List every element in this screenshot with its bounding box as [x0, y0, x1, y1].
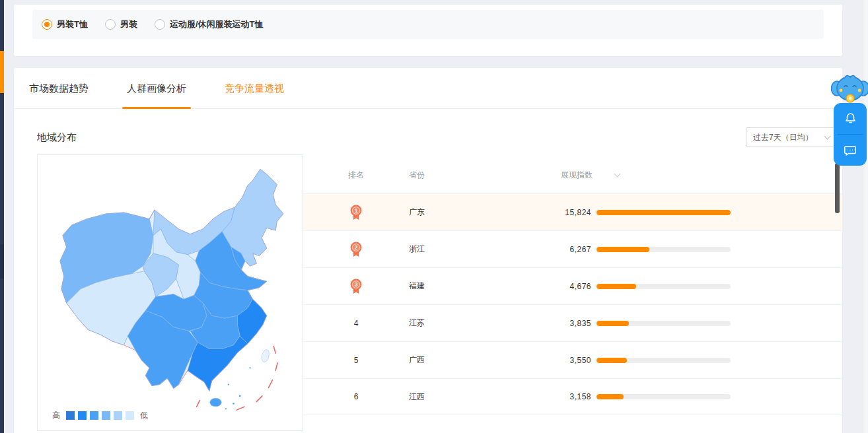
notifications-button[interactable] — [834, 103, 867, 134]
bar-fill — [597, 284, 636, 289]
index-value: 6,267 — [561, 245, 591, 254]
bar-track — [597, 247, 731, 252]
index-value: 3,835 — [561, 319, 591, 328]
radio-button-icon[interactable] — [155, 19, 165, 30]
table-row[interactable]: 1 广东15,824 — [303, 193, 842, 230]
legend-swatches — [66, 411, 134, 420]
header-rank: 排名 — [303, 170, 409, 181]
rank-cell: 5 — [303, 356, 409, 365]
map-legend: 高 低 — [50, 410, 151, 421]
province-cell: 江西 — [409, 391, 561, 403]
radio-group: 男装T恤男装运动服/休闲服装运动T恤 — [32, 10, 824, 39]
tab-bar: 市场数据趋势人群画像分析竞争流量透视 — [14, 68, 842, 109]
analysis-card: 市场数据趋势人群画像分析竞争流量透视 地域分布 过去7天（日均） — [13, 67, 843, 433]
province-rank-table: 排名 省份 展现指数 1 广东15,824 2 浙江6,267 3 福建4,67… — [303, 156, 842, 415]
bar-track — [597, 284, 731, 289]
radio-option[interactable]: 男装T恤 — [42, 18, 88, 30]
elephant-mascot-icon — [831, 68, 868, 106]
province-cell: 浙江 — [409, 244, 561, 255]
province-cell: 广东 — [409, 207, 561, 218]
radio-button-icon[interactable] — [105, 19, 116, 30]
table-body: 1 广东15,824 2 浙江6,267 3 福建4,6764江苏3,8355广… — [303, 193, 842, 415]
index-value: 3,550 — [561, 356, 591, 365]
legend-low-label: 低 — [140, 410, 148, 421]
bar-fill — [597, 247, 649, 252]
table-row[interactable]: 2 浙江6,267 — [303, 230, 842, 267]
radio-option-label: 运动服/休闲服装运动T恤 — [170, 18, 264, 30]
rank-cell: 2 — [303, 241, 409, 258]
legend-color-swatch — [114, 411, 122, 420]
chat-button[interactable] — [834, 135, 867, 166]
medal-rank-2-icon: 2 — [349, 241, 363, 258]
province-cell: 福建 — [409, 281, 561, 292]
panel-scrollbar-thumb[interactable] — [835, 163, 840, 213]
index-bar — [591, 284, 725, 289]
table-row[interactable]: 3 福建4,676 — [303, 267, 842, 304]
rank-cell: 3 — [303, 278, 409, 295]
category-filter-card: 男装T恤男装运动服/休闲服装运动T恤 — [13, 4, 843, 57]
rank-cell: 4 — [303, 319, 409, 328]
legend-color-swatch — [90, 411, 98, 420]
index-bar — [591, 210, 725, 215]
radio-button-icon[interactable] — [42, 19, 52, 30]
chevron-down-icon — [824, 133, 831, 140]
legend-color-swatch — [78, 411, 87, 420]
index-bar — [591, 247, 725, 252]
section-title: 地域分布 — [37, 131, 77, 144]
helper-widget — [834, 103, 867, 166]
radio-option[interactable]: 男装 — [105, 18, 137, 30]
legend-high-label: 高 — [52, 410, 60, 421]
legend-color-swatch — [102, 411, 110, 420]
index-bar — [591, 321, 725, 326]
svg-text:3: 3 — [354, 281, 357, 288]
bar-fill — [597, 358, 627, 363]
bar-track — [597, 358, 731, 363]
index-bar — [591, 358, 725, 363]
period-dropdown-value: 过去7天（日均） — [753, 133, 813, 142]
medal-rank-3-icon: 3 — [349, 278, 363, 295]
bar-track — [597, 394, 731, 399]
bar-track — [597, 210, 731, 215]
header-province: 省份 — [409, 170, 561, 181]
province-cell: 江苏 — [409, 317, 561, 329]
index-value: 3,158 — [561, 392, 591, 401]
tab-市场数据趋势[interactable]: 市场数据趋势 — [18, 68, 100, 109]
collapsed-sidebar-rail[interactable] — [0, 0, 4, 433]
chat-icon — [844, 144, 857, 157]
table-row[interactable]: 6江西3,158 — [303, 378, 842, 415]
medal-rank-1-icon: 1 — [349, 204, 363, 221]
index-bar — [591, 394, 725, 399]
index-value: 15,824 — [561, 208, 591, 217]
rank-cell: 1 — [303, 204, 409, 221]
sidebar-active-indicator — [0, 51, 4, 93]
radio-option[interactable]: 运动服/休闲服装运动T恤 — [155, 18, 264, 30]
radio-option-label: 男装 — [120, 18, 137, 30]
bar-fill — [597, 394, 624, 399]
bar-track — [597, 321, 731, 326]
bar-fill — [597, 321, 629, 326]
radio-option-label: 男装T恤 — [57, 18, 88, 30]
province-cell: 广西 — [409, 354, 561, 366]
index-value: 4,676 — [561, 282, 591, 291]
sort-chevron-down-icon[interactable] — [614, 171, 621, 178]
period-dropdown[interactable]: 过去7天（日均） — [746, 127, 838, 147]
tab-竞争流量透视[interactable]: 竞争流量透视 — [213, 68, 295, 109]
svg-text:2: 2 — [354, 244, 357, 251]
china-choropleth-map[interactable] — [38, 158, 303, 413]
legend-color-swatch — [66, 411, 75, 420]
tab-人群画像分析[interactable]: 人群画像分析 — [116, 68, 198, 109]
header-index: 展现指数 — [561, 170, 593, 181]
china-map-panel[interactable]: 高 低 — [37, 154, 303, 431]
page-scrollbar-track[interactable] — [863, 0, 868, 433]
sidebar-scroll-thumb[interactable] — [0, 244, 4, 279]
legend-color-swatch — [126, 411, 134, 420]
bar-fill — [597, 210, 731, 215]
table-row[interactable]: 4江苏3,835 — [303, 304, 842, 341]
table-header-row: 排名 省份 展现指数 — [303, 156, 842, 193]
rank-cell: 6 — [303, 392, 409, 401]
table-row[interactable]: 5广西3,550 — [303, 341, 842, 378]
bell-icon — [844, 112, 857, 125]
svg-text:1: 1 — [354, 207, 357, 214]
